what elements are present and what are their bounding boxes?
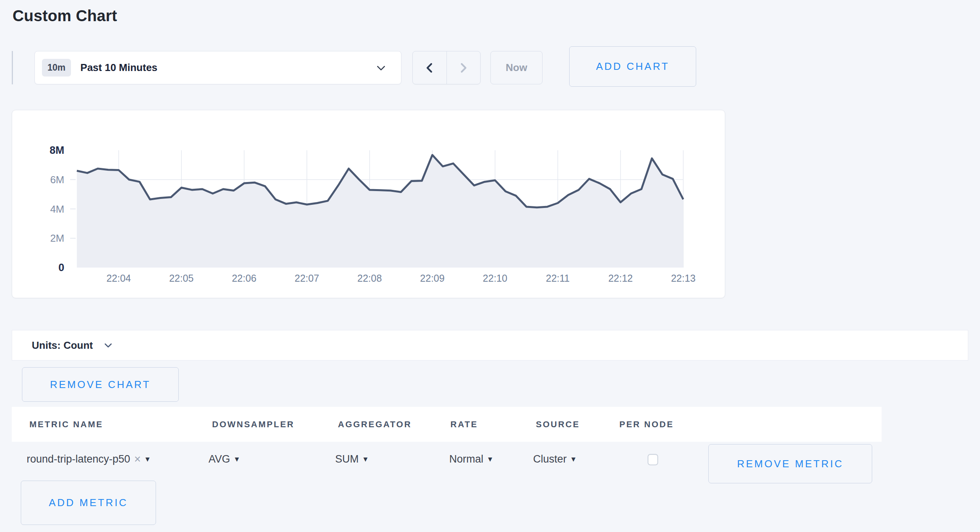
chart-card: 8M6M4M2M022:0422:0522:0622:0722:0822:092… — [12, 110, 725, 298]
x-tick-label: 22:05 — [169, 273, 194, 284]
rate-dropdown[interactable]: Normal ▾ — [449, 447, 492, 471]
add-metric-button[interactable]: ADD METRIC — [21, 481, 156, 525]
per-node-checkbox[interactable] — [648, 454, 658, 465]
step-back-button[interactable] — [413, 51, 446, 84]
page-title: Custom Chart — [13, 7, 117, 25]
add-chart-button[interactable]: ADD CHART — [569, 46, 696, 87]
chevron-down-icon — [103, 340, 113, 350]
aggregator-value: SUM — [335, 453, 359, 465]
column-header-source: SOURCE — [536, 407, 580, 442]
y-tick-label: 6M — [50, 174, 64, 186]
y-tick-label: 2M — [50, 232, 64, 244]
caret-down-icon: ▾ — [235, 454, 239, 464]
metric-chart: 8M6M4M2M022:0422:0522:0622:0722:0822:092… — [12, 110, 725, 298]
now-button[interactable]: Now — [490, 51, 543, 84]
column-header-per-node: PER NODE — [619, 407, 674, 442]
metric-name-value: round-trip-latency-p50 — [27, 453, 130, 465]
time-range-select[interactable]: 10m Past 10 Minutes — [34, 51, 401, 84]
remove-metric-button[interactable]: REMOVE METRIC — [708, 444, 872, 483]
x-tick-label: 22:12 — [608, 273, 633, 284]
toolbar-left-rule — [12, 51, 13, 84]
downsampler-value: AVG — [209, 453, 230, 465]
x-tick-label: 22:11 — [546, 273, 570, 284]
remove-chart-button[interactable]: REMOVE CHART — [22, 367, 179, 402]
source-value: Cluster — [533, 453, 567, 465]
x-tick-label: 22:10 — [483, 273, 508, 284]
rate-value: Normal — [449, 453, 483, 465]
column-header-aggregator: AGGREGATOR — [338, 407, 412, 442]
step-forward-button[interactable] — [446, 51, 481, 84]
x-tick-label: 22:08 — [358, 273, 382, 284]
x-tick-label: 22:04 — [106, 273, 131, 284]
chevron-down-icon — [375, 62, 387, 74]
downsampler-dropdown[interactable]: AVG ▾ — [209, 447, 239, 471]
units-label: Units: Count — [32, 339, 93, 352]
chevron-left-icon — [423, 61, 436, 75]
chevron-right-icon — [457, 61, 470, 75]
x-tick-label: 22:07 — [295, 273, 319, 284]
x-tick-label: 22:06 — [232, 273, 256, 284]
y-tick-label: 4M — [50, 203, 64, 215]
source-dropdown[interactable]: Cluster ▾ — [533, 447, 575, 471]
aggregator-dropdown[interactable]: SUM ▾ — [335, 447, 368, 471]
time-range-label: Past 10 Minutes — [80, 62, 158, 74]
column-header-metric-name: METRIC NAME — [29, 407, 103, 442]
x-tick-label: 22:13 — [671, 273, 696, 284]
y-tick-label: 0 — [58, 262, 64, 273]
caret-down-icon: ▾ — [145, 454, 150, 464]
column-header-rate: RATE — [450, 407, 478, 442]
caret-down-icon: ▾ — [572, 454, 576, 464]
metric-name-dropdown[interactable]: round-trip-latency-p50 × ▾ — [27, 447, 150, 471]
time-range-badge: 10m — [42, 59, 71, 77]
column-header-downsampler: DOWNSAMPLER — [212, 407, 294, 442]
clear-metric-icon[interactable]: × — [134, 453, 141, 466]
units-select[interactable]: Units: Count — [12, 330, 968, 361]
time-step-group — [412, 51, 481, 84]
y-tick-label: 8M — [49, 144, 64, 156]
caret-down-icon: ▾ — [488, 454, 492, 464]
caret-down-icon: ▾ — [363, 454, 368, 464]
x-tick-label: 22:09 — [420, 273, 445, 284]
series-area — [77, 155, 683, 268]
metrics-table-header: METRIC NAME DOWNSAMPLER AGGREGATOR RATE … — [12, 407, 882, 442]
